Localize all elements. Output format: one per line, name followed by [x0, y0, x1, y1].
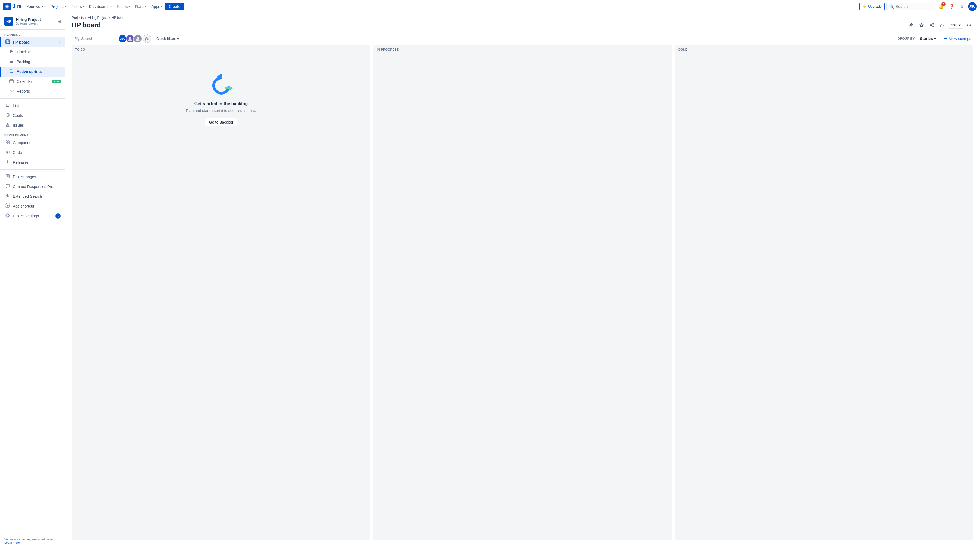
group-by-label: GROUP BY [897, 37, 915, 41]
reports-icon [9, 89, 14, 94]
add-people-button[interactable] [143, 34, 151, 43]
svg-rect-5 [10, 51, 13, 52]
svg-point-30 [930, 24, 931, 26]
column-body-done [675, 54, 974, 541]
jira-logo[interactable]: Jira [3, 3, 21, 10]
sidebar-item-code[interactable]: Code [0, 148, 65, 158]
sidebar-label-backlog: Backlog [17, 60, 61, 64]
star-action-button[interactable] [917, 21, 926, 29]
board-search-input[interactable] [81, 37, 113, 41]
chevron-down-icon: ▾ [129, 5, 130, 8]
sidebar-item-canned-responses[interactable]: Canned Responses Pro [0, 182, 65, 191]
go-to-backlog-button[interactable]: Go to Backlog [205, 118, 237, 126]
extended-search-icon [5, 194, 10, 199]
svg-rect-9 [10, 62, 13, 63]
releases-icon [5, 159, 10, 165]
help-button[interactable]: ❓ [947, 2, 956, 11]
user-avatar[interactable]: JSU [968, 2, 977, 11]
top-nav-items: Your work ▾ Projects ▾ Filters ▾ Dashboa… [24, 3, 858, 10]
svg-rect-8 [10, 61, 13, 62]
sidebar-label-active-sprints: Active sprints [17, 69, 61, 74]
jsu-dropdown[interactable]: JSU ▾ [948, 22, 963, 29]
breadcrumb-projects[interactable]: Projects [72, 16, 84, 20]
sidebar-item-calendar[interactable]: Calendar NEW [0, 77, 65, 86]
svg-rect-15 [7, 105, 9, 105]
column-inprogress: IN PROGRESS [374, 45, 672, 541]
share-action-button[interactable] [928, 21, 936, 29]
sidebar-item-list[interactable]: List [0, 101, 65, 111]
sidebar-item-extended-search[interactable]: Extended Search [0, 191, 65, 201]
nav-your-work[interactable]: Your work ▾ [24, 3, 48, 10]
view-settings-button[interactable]: View settings [941, 35, 974, 42]
sidebar-item-timeline[interactable]: Timeline [0, 47, 65, 57]
sidebar-item-project-pages[interactable]: Project pages [0, 172, 65, 182]
nav-apps[interactable]: Apps ▾ [149, 3, 164, 10]
sidebar-label-canned-responses: Canned Responses Pro [13, 184, 61, 189]
column-header-done: DONE [675, 45, 974, 54]
sidebar-collapse-button[interactable]: ◀ [58, 19, 61, 24]
sidebar-label-calendar: Calendar [17, 79, 49, 84]
sidebar-divider [0, 98, 65, 99]
sidebar-label-project-pages: Project pages [13, 175, 61, 179]
settings-button[interactable]: ⚙ [958, 2, 966, 11]
sidebar-section-planning: PLANNING [0, 30, 65, 37]
board-search[interactable]: 🔍 [72, 35, 115, 43]
expand-action-button[interactable] [938, 21, 947, 29]
nav-projects[interactable]: Projects ▾ [48, 3, 69, 10]
quick-filters-button[interactable]: Quick filters ▾ [154, 35, 181, 42]
svg-point-32 [129, 37, 131, 39]
nav-teams[interactable]: Teams ▾ [115, 3, 132, 10]
nav-dashboards[interactable]: Dashboards ▾ [87, 3, 114, 10]
sidebar-item-releases[interactable]: Releases [0, 158, 65, 167]
nav-plans[interactable]: Plans ▾ [132, 3, 149, 10]
learn-more-link[interactable]: Learn more [4, 541, 20, 544]
nav-filters[interactable]: Filters ▾ [69, 3, 86, 10]
sidebar-item-add-shortcut[interactable]: Add shortcut [0, 201, 65, 211]
sidebar-item-components[interactable]: Components [0, 138, 65, 148]
add-shortcut-icon [5, 204, 10, 209]
board: TO DO [65, 45, 980, 547]
svg-point-31 [932, 26, 934, 27]
project-name: Hiring Project [16, 18, 55, 22]
column-todo: TO DO [72, 45, 370, 541]
breadcrumb-separator-2: / [109, 16, 110, 20]
sidebar-label-extended-search: Extended Search [13, 194, 61, 199]
breadcrumb-separator: / [85, 16, 86, 20]
sidebar-item-active-sprints[interactable]: Active sprints [0, 67, 65, 77]
sidebar-item-backlog[interactable]: Backlog [0, 57, 65, 67]
chevron-down-icon: ▾ [177, 37, 179, 41]
sidebar-item-reports[interactable]: Reports [0, 86, 65, 96]
stories-label: Stories [920, 37, 932, 41]
canned-responses-icon [5, 184, 10, 189]
lightning-action-button[interactable] [907, 21, 915, 29]
issues-icon [5, 123, 10, 128]
sidebar-item-issues[interactable]: Issues [0, 120, 65, 130]
breadcrumb-current: HP board [111, 16, 125, 20]
sidebar-item-hp-board[interactable]: HP board ▾ [0, 37, 65, 47]
more-options-button[interactable]: ••• [965, 21, 974, 29]
timeline-icon [9, 49, 14, 55]
svg-rect-23 [6, 142, 7, 144]
stories-dropdown[interactable]: Stories ▾ [917, 35, 939, 43]
board-toolbar: 🔍 JSU Quick filters ▾ GROU [65, 32, 980, 45]
upgrade-button[interactable]: ⚡ Upgrade [859, 3, 885, 10]
create-button[interactable]: Create [165, 3, 184, 10]
notifications-button[interactable]: 🔔 9 [937, 2, 946, 11]
sidebar-item-goals[interactable]: Goals [0, 111, 65, 120]
calendar-icon [9, 79, 14, 84]
breadcrumb-hiring-project[interactable]: Hiring Project [88, 16, 108, 20]
project-avatar: HP [4, 17, 13, 26]
column-header-todo: TO DO [72, 45, 370, 54]
sidebar-item-project-settings[interactable]: Project settings → [0, 211, 65, 221]
svg-rect-10 [10, 80, 13, 83]
empty-state-title: Get started in the backlog [194, 101, 248, 106]
board-toolbar-right: GROUP BY Stories ▾ View settings [897, 35, 974, 43]
search-input[interactable] [896, 4, 932, 9]
chevron-down-icon: ▾ [959, 23, 961, 27]
avatar-user3[interactable] [134, 34, 142, 43]
jsu-label: JSU [951, 23, 958, 27]
global-search[interactable]: 🔍 [886, 3, 935, 10]
sprint-icon [9, 69, 14, 74]
chevron-down-icon: ▾ [145, 5, 146, 8]
quick-filters-label: Quick filters [156, 37, 176, 41]
